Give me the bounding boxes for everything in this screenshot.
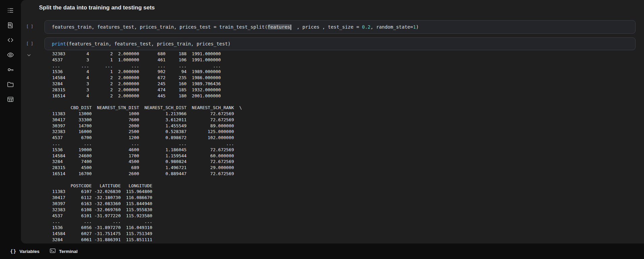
terminal-icon <box>49 248 56 255</box>
section-heading: Split the data into training and testing… <box>39 4 155 11</box>
code-segment: features_train, features_test, prices_tr… <box>52 24 268 30</box>
braces-icon: {} <box>10 249 16 254</box>
chevron-down-icon <box>26 53 32 59</box>
code-segment: (features_train, features_test, prices_t… <box>66 41 231 46</box>
collapse-output-button[interactable] <box>26 52 32 59</box>
terminal-button[interactable]: Terminal <box>49 248 77 255</box>
files-button[interactable] <box>4 78 17 92</box>
find-and-replace-icon <box>7 22 14 30</box>
highlighted-token: features <box>268 24 290 30</box>
run-cell-1-button[interactable]: [ ] <box>26 24 33 29</box>
notebook-area: Split the data into training and testing… <box>21 0 644 244</box>
code-line-1: features_train, features_test, prices_tr… <box>52 24 419 30</box>
table-of-contents-button[interactable] <box>4 4 17 18</box>
run-cell-2-button[interactable]: [ ] <box>26 41 33 46</box>
cell-output: 32383 4 2 2.000000 680 188 1991.000000 4… <box>52 51 242 244</box>
find-and-replace-button[interactable] <box>4 19 17 32</box>
variable-inspector-icon <box>7 51 14 60</box>
variables-label: Variables <box>20 249 39 254</box>
table-of-contents-icon <box>7 7 14 15</box>
secrets-button[interactable] <box>4 63 17 77</box>
key-icon <box>7 66 14 74</box>
code-segment: ) <box>416 24 418 30</box>
variables-button[interactable]: {} Variables <box>10 249 39 254</box>
folder-icon <box>7 81 14 89</box>
terminal-label: Terminal <box>59 249 77 254</box>
code-cell-1[interactable]: features_train, features_test, prices_tr… <box>44 20 636 34</box>
code-snippets-button[interactable] <box>4 34 17 47</box>
code-line-2: print(features_train, features_test, pri… <box>52 41 231 46</box>
data-table-button[interactable] <box>4 93 17 106</box>
data-table-icon <box>7 96 14 104</box>
code-segment: , prices , test_size = <box>291 24 362 30</box>
left-toolbar <box>0 0 21 244</box>
code-segment: , random_state= <box>371 24 413 30</box>
colab-window: Split the data into training and testing… <box>0 0 644 259</box>
builtin-function: print <box>52 41 66 46</box>
code-snippets-icon <box>7 36 14 45</box>
variable-inspector-button[interactable] <box>4 48 17 62</box>
code-cell-2[interactable]: print(features_train, features_test, pri… <box>44 37 636 50</box>
number-literal: 0.2 <box>362 24 370 30</box>
bottom-statusbar: {} Variables Terminal <box>0 244 644 259</box>
